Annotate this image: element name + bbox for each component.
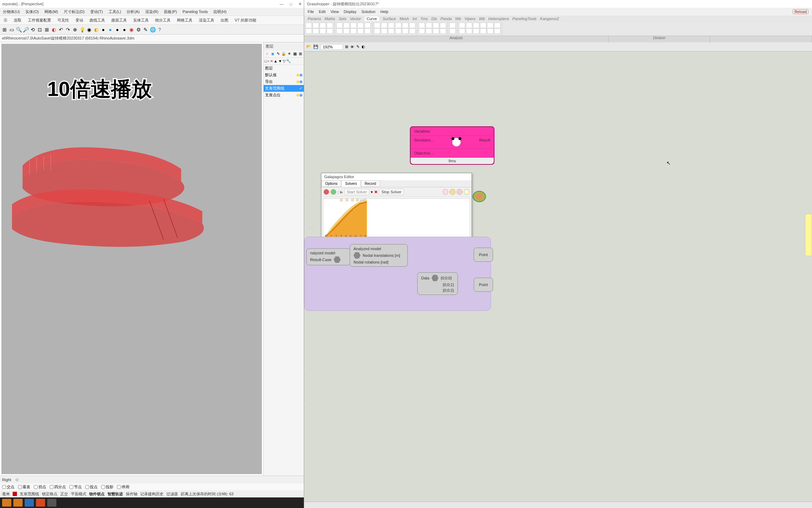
layer-tool-icon[interactable]: 🔒 [281,52,286,56]
osnap-check[interactable]: 切点 [34,484,46,490]
tool-icon[interactable]: ⊕ [72,26,78,33]
solver-mode-icon[interactable] [331,189,336,195]
view-label[interactable]: Right◇ [0,476,304,483]
zoom-input[interactable]: 192% [320,44,343,50]
menu-item[interactable]: 工具(L) [109,9,121,14]
start-solver-button[interactable]: Start Solver [344,189,369,195]
cat-tab[interactable]: Heteroptera [488,17,509,21]
cat-tab[interactable]: Maths [325,17,335,21]
ribbon-icon[interactable] [409,28,416,34]
tab[interactable]: 出图 [221,18,228,23]
menu-help[interactable]: Help [380,10,388,14]
osnap-check[interactable]: 投点 [85,484,98,490]
tool-icon[interactable]: 🔧 [286,59,291,64]
ribbon-icon[interactable] [449,23,456,28]
ribbon-icon[interactable] [433,23,439,28]
tool-icon[interactable]: 🌐 [149,26,156,33]
tab[interactable]: 选取 [14,18,21,23]
tool-icon[interactable]: 🔍 [16,26,22,33]
ribbon-icon[interactable] [343,28,350,34]
maximize-icon[interactable]: □ [290,2,292,6]
menu-item[interactable]: Paneling Tools [183,10,208,14]
tool-icon[interactable]: ⊞ [44,26,50,33]
layer-tool-icon[interactable]: ◉ [270,52,275,56]
tool-icon[interactable]: ● [121,26,128,33]
ribbon-icon[interactable] [350,23,357,28]
gh-component[interactable]: Point [474,248,493,262]
cat-tab[interactable]: Int [412,17,417,21]
up-icon[interactable]: ▲ [274,59,278,64]
ribbon-icon[interactable] [350,28,357,34]
ribbon-icon[interactable] [395,23,401,28]
ribbon-icon[interactable] [449,28,456,34]
ribbon-icon[interactable] [381,28,387,34]
tool-icon[interactable]: ↶ [58,26,64,33]
play-icon[interactable]: ▶ [340,190,343,194]
ribbon-icon[interactable] [440,23,446,28]
menu-item[interactable]: 实体(O) [25,9,39,14]
gh-battery-component[interactable] [473,191,486,202]
layer-row[interactable]: 默认值 [264,72,304,78]
ribbon-icon[interactable] [381,23,387,28]
tool-icon[interactable]: ◉ [86,26,92,33]
filter-icon[interactable]: ▽ [283,59,285,64]
menu-item[interactable]: 变动(T) [90,9,103,14]
ribbon-icon[interactable] [313,23,319,28]
tab[interactable]: 可见性 [57,18,69,23]
ribbon-icon[interactable] [343,23,350,28]
new-layer-icon[interactable]: □ [265,59,267,64]
galapagos-component[interactable]: Variables Simulator...Result Objective..… [410,126,494,165]
ribbon-icon[interactable] [374,23,380,28]
ribbon-icon[interactable] [473,28,479,34]
gh-component[interactable]: Analyzed model Nodal translations [m] No… [350,244,408,267]
reload-button[interactable]: Reload [793,9,808,14]
delete-layer-icon[interactable]: ✕ [270,59,273,64]
sketch-icon[interactable]: ✎ [356,44,359,49]
cat-tab[interactable]: Sets [339,17,346,21]
tab[interactable]: 实体工具 [133,18,149,23]
layer-row[interactable]: 导出 [264,78,304,85]
tool-icon[interactable]: ⊞ [1,26,8,33]
gh-group[interactable]: nalyzed model Result-Case Analyzed model… [304,237,491,311]
open-icon[interactable]: 📂 [306,44,311,49]
tool-icon[interactable]: ✎ [142,26,149,33]
tab[interactable]: V7 的新功能 [235,18,256,23]
tab[interactable]: 曲面工具 [111,18,127,23]
ribbon-icon[interactable] [459,28,465,34]
ribbon-icon[interactable] [409,23,416,28]
cat-tab[interactable]: Vipers [465,17,475,21]
layer-tool-icon[interactable]: ✎ [276,52,281,56]
ribbon-icon[interactable] [306,23,312,28]
tool-icon[interactable]: ● [114,26,121,33]
layer-tool-icon[interactable]: ⊞ [298,52,303,56]
gh-component[interactable]: Point [474,278,493,292]
viewport-perspective[interactable]: 10倍速播放 [1,44,262,474]
osnap-check[interactable]: 垂直 [18,484,30,490]
grip-icon[interactable] [353,252,361,259]
tab-options[interactable]: Options [321,180,341,187]
tab[interactable]: 曲线工具 [90,18,105,23]
tab[interactable]: 网格工具 [177,18,192,23]
menu-item[interactable]: 网格(M) [44,9,58,14]
ribbon-icon[interactable] [306,28,312,34]
osnap-check[interactable]: 投影 [101,484,113,490]
panel-component[interactable] [805,214,812,256]
tool-icon[interactable]: ◐ [362,44,365,49]
dropdown-icon[interactable]: ▾ [371,190,373,194]
ribbon-icon[interactable] [327,28,333,34]
info-icon[interactable] [464,189,469,195]
tool-icon[interactable]: ◐ [51,26,57,33]
ribbon-icon[interactable] [336,28,343,34]
info-icon[interactable] [443,189,448,195]
ribbon-icon[interactable] [313,28,319,34]
ribbon-icon[interactable] [440,28,446,34]
tool-icon[interactable]: ⚙ [135,26,142,33]
tree-icon[interactable] [431,275,438,281]
tool-icon[interactable]: ↷ [65,26,71,33]
cat-tab[interactable]: Dis [431,17,437,21]
gh-component[interactable]: nalyzed model Result-Case [306,248,350,265]
zoom-extents-icon[interactable]: ⊞ [345,44,348,49]
menu-solution[interactable]: Solution [361,10,375,14]
ribbon-icon[interactable] [402,28,408,34]
osnap-check[interactable]: 交点 [2,484,14,490]
